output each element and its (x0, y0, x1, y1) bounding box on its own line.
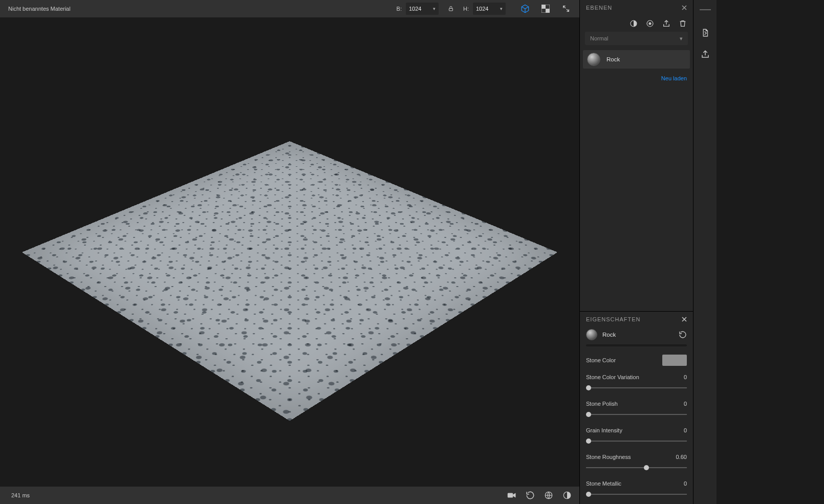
prop-slider[interactable] (586, 492, 687, 497)
reset-icon[interactable] (679, 331, 687, 339)
layers-panel-header: EBENEN (580, 0, 693, 15)
svg-point-8 (649, 23, 651, 25)
width-label: B: (397, 6, 402, 12)
slider-handle[interactable] (586, 439, 591, 444)
share-icon[interactable] (700, 49, 710, 59)
prop-label: Stone Polish (586, 401, 618, 407)
slider-handle[interactable] (586, 412, 591, 417)
prop-stone-color: Stone Color (580, 352, 693, 366)
mask-icon[interactable] (646, 19, 654, 28)
svg-rect-4 (508, 493, 513, 498)
material-name: Rock (602, 332, 674, 338)
layers-panel-title: EBENEN (586, 5, 612, 11)
color-swatch[interactable] (662, 355, 687, 366)
height-value: 1024 (476, 6, 488, 12)
svg-rect-2 (541, 5, 546, 9)
prop-label: Stone Roughness (586, 454, 631, 460)
slider-handle[interactable] (586, 492, 591, 497)
export-icon[interactable] (662, 19, 670, 28)
render-time: 241 ms (11, 492, 30, 498)
environment-icon[interactable] (544, 490, 554, 500)
close-icon[interactable] (682, 5, 687, 10)
rotate-icon[interactable] (525, 490, 535, 500)
prop-label: Stone Color (586, 357, 616, 363)
prop-label: Stone Metallic (586, 480, 621, 487)
material-thumbnail (586, 329, 597, 340)
trash-icon[interactable] (679, 19, 687, 28)
layer-item[interactable]: Rock (583, 50, 690, 69)
reload-link[interactable]: Neu laden (661, 75, 687, 81)
height-label: H: (463, 6, 469, 12)
layer-thumbnail (587, 53, 600, 66)
material-plane-preview (22, 141, 558, 421)
properties-panel-title: EIGENSCHAFTEN (586, 316, 641, 322)
prop-slider[interactable] (586, 439, 687, 444)
chevron-down-icon: ▾ (500, 6, 503, 11)
adjustment-icon[interactable] (630, 19, 638, 28)
prop-stone-polish: Stone Polish 0 (580, 398, 693, 417)
prop-value: 0 (684, 374, 687, 380)
divider (586, 344, 687, 346)
prop-label: Stone Color Variation (586, 374, 639, 380)
right-rail (693, 0, 717, 504)
statusbar: 241 ms (0, 487, 579, 504)
width-select[interactable]: 1024 ▾ (406, 3, 439, 15)
slider-handle[interactable] (586, 385, 591, 390)
topbar: Nicht benanntes Material B: 1024 ▾ H: 10… (0, 0, 579, 17)
layers-toolbar (580, 15, 693, 32)
chevron-down-icon: ▾ (680, 35, 683, 42)
svg-rect-3 (546, 9, 550, 13)
camera-icon[interactable] (507, 490, 517, 500)
prop-grain-intensity: Grain Intensity 0 (580, 424, 693, 444)
slider-handle[interactable] (644, 465, 649, 470)
layer-name-label: Rock (606, 56, 620, 62)
lock-icon[interactable] (443, 2, 459, 16)
svg-rect-0 (449, 9, 453, 11)
prop-label: Grain Intensity (586, 427, 622, 433)
prop-slider[interactable] (586, 465, 687, 470)
material-title: Nicht benanntes Material (8, 6, 71, 12)
height-select[interactable]: 1024 ▾ (473, 3, 506, 15)
close-icon[interactable] (682, 317, 687, 322)
prop-slider[interactable] (586, 385, 687, 390)
fullscreen-icon[interactable] (558, 2, 574, 16)
prop-slider[interactable] (586, 412, 687, 417)
drag-handle[interactable] (700, 9, 711, 10)
prop-value: 0 (684, 401, 687, 407)
prop-stone-color-variation: Stone Color Variation 0 (580, 371, 693, 390)
document-export-icon[interactable] (700, 28, 710, 38)
properties-panel-header: EIGENSCHAFTEN (580, 312, 693, 327)
cube-3d-icon[interactable] (517, 2, 533, 16)
sphere-shaded-icon[interactable] (562, 490, 572, 500)
chevron-down-icon: ▾ (433, 6, 436, 11)
blend-mode-select[interactable]: Normal ▾ (585, 32, 688, 45)
prop-value: 0.60 (676, 454, 687, 460)
prop-value: 0 (684, 480, 687, 487)
blend-mode-value: Normal (590, 35, 608, 41)
prop-stone-roughness: Stone Roughness 0.60 (580, 451, 693, 470)
checker-icon[interactable] (537, 2, 554, 16)
width-value: 1024 (409, 6, 421, 12)
viewport-3d[interactable] (0, 17, 579, 487)
prop-value: 0 (684, 427, 687, 433)
prop-stone-metallic: Stone Metallic 0 (580, 477, 693, 504)
